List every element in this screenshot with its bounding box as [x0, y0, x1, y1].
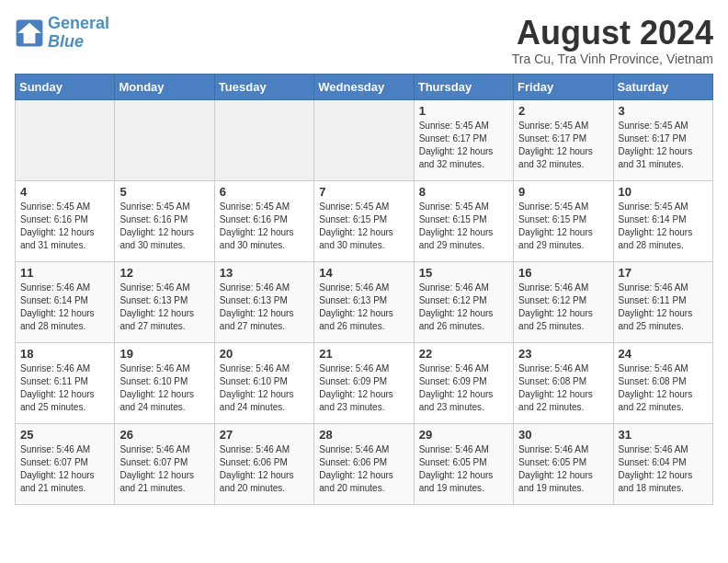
day-cell — [214, 99, 313, 180]
day-number: 19 — [119, 347, 209, 361]
day-number: 6 — [220, 185, 309, 199]
day-number: 17 — [619, 266, 708, 280]
day-cell — [115, 99, 214, 180]
day-number: 9 — [518, 185, 608, 199]
logo-line2: Blue — [48, 32, 84, 51]
day-cell — [314, 99, 414, 180]
day-number: 12 — [119, 266, 209, 280]
day-number: 31 — [619, 428, 708, 442]
day-number: 14 — [319, 266, 408, 280]
day-info: Sunrise: 5:45 AM Sunset: 6:17 PM Dayligh… — [619, 120, 708, 171]
day-cell: 9Sunrise: 5:45 AM Sunset: 6:15 PM Daylig… — [514, 180, 613, 261]
day-info: Sunrise: 5:46 AM Sunset: 6:09 PM Dayligh… — [419, 362, 508, 414]
day-info: Sunrise: 5:46 AM Sunset: 6:14 PM Dayligh… — [20, 282, 109, 333]
week-row-5: 25Sunrise: 5:46 AM Sunset: 6:07 PM Dayli… — [16, 423, 713, 504]
logo-text: General Blue — [48, 15, 109, 52]
day-info: Sunrise: 5:46 AM Sunset: 6:05 PM Dayligh… — [518, 443, 608, 495]
logo-icon — [15, 18, 44, 48]
day-number: 27 — [220, 428, 309, 442]
day-info: Sunrise: 5:45 AM Sunset: 6:14 PM Dayligh… — [619, 201, 708, 252]
day-number: 21 — [319, 347, 408, 361]
day-info: Sunrise: 5:46 AM Sunset: 6:07 PM Dayligh… — [20, 443, 109, 495]
day-number: 1 — [419, 104, 508, 118]
day-cell: 4Sunrise: 5:45 AM Sunset: 6:16 PM Daylig… — [16, 180, 115, 261]
day-cell: 29Sunrise: 5:46 AM Sunset: 6:05 PM Dayli… — [414, 423, 513, 504]
day-number: 3 — [619, 104, 708, 118]
day-header-thursday: Thursday — [414, 74, 513, 99]
day-cell: 27Sunrise: 5:46 AM Sunset: 6:06 PM Dayli… — [214, 423, 313, 504]
week-row-4: 18Sunrise: 5:46 AM Sunset: 6:11 PM Dayli… — [16, 342, 713, 423]
day-number: 16 — [518, 266, 608, 280]
day-info: Sunrise: 5:46 AM Sunset: 6:08 PM Dayligh… — [518, 362, 608, 414]
title-block: August 2024 Tra Cu, Tra Vinh Province, V… — [512, 15, 713, 66]
day-number: 5 — [119, 185, 209, 199]
day-info: Sunrise: 5:46 AM Sunset: 6:08 PM Dayligh… — [619, 362, 708, 414]
day-number: 29 — [419, 428, 508, 442]
day-cell: 19Sunrise: 5:46 AM Sunset: 6:10 PM Dayli… — [115, 342, 214, 423]
day-number: 22 — [419, 347, 508, 361]
day-info: Sunrise: 5:46 AM Sunset: 6:12 PM Dayligh… — [419, 282, 508, 333]
day-number: 18 — [20, 347, 109, 361]
day-cell: 6Sunrise: 5:45 AM Sunset: 6:16 PM Daylig… — [214, 180, 313, 261]
week-row-2: 4Sunrise: 5:45 AM Sunset: 6:16 PM Daylig… — [16, 180, 713, 261]
day-info: Sunrise: 5:46 AM Sunset: 6:13 PM Dayligh… — [119, 282, 209, 333]
day-cell: 1Sunrise: 5:45 AM Sunset: 6:17 PM Daylig… — [414, 99, 513, 180]
day-info: Sunrise: 5:46 AM Sunset: 6:10 PM Dayligh… — [220, 362, 309, 414]
day-cell: 14Sunrise: 5:46 AM Sunset: 6:13 PM Dayli… — [314, 261, 414, 342]
day-cell: 10Sunrise: 5:45 AM Sunset: 6:14 PM Dayli… — [613, 180, 712, 261]
day-info: Sunrise: 5:45 AM Sunset: 6:15 PM Dayligh… — [319, 201, 408, 252]
day-info: Sunrise: 5:46 AM Sunset: 6:05 PM Dayligh… — [419, 443, 508, 495]
day-cell: 28Sunrise: 5:46 AM Sunset: 6:06 PM Dayli… — [314, 423, 414, 504]
day-cell: 18Sunrise: 5:46 AM Sunset: 6:11 PM Dayli… — [16, 342, 115, 423]
day-cell: 3Sunrise: 5:45 AM Sunset: 6:17 PM Daylig… — [613, 99, 712, 180]
calendar-table: SundayMondayTuesdayWednesdayThursdayFrid… — [15, 74, 713, 505]
day-cell: 26Sunrise: 5:46 AM Sunset: 6:07 PM Dayli… — [115, 423, 214, 504]
day-info: Sunrise: 5:46 AM Sunset: 6:06 PM Dayligh… — [220, 443, 309, 495]
location: Tra Cu, Tra Vinh Province, Vietnam — [512, 52, 713, 66]
day-cell: 17Sunrise: 5:46 AM Sunset: 6:11 PM Dayli… — [613, 261, 712, 342]
page-header: General Blue August 2024 Tra Cu, Tra Vin… — [15, 15, 713, 66]
day-number: 25 — [20, 428, 109, 442]
day-header-monday: Monday — [115, 74, 214, 99]
day-cell: 7Sunrise: 5:45 AM Sunset: 6:15 PM Daylig… — [314, 180, 414, 261]
day-info: Sunrise: 5:45 AM Sunset: 6:16 PM Dayligh… — [220, 201, 309, 252]
day-number: 10 — [619, 185, 708, 199]
day-number: 23 — [518, 347, 608, 361]
day-cell: 13Sunrise: 5:46 AM Sunset: 6:13 PM Dayli… — [214, 261, 313, 342]
day-info: Sunrise: 5:45 AM Sunset: 6:16 PM Dayligh… — [119, 201, 209, 252]
logo: General Blue — [15, 15, 109, 52]
day-header-tuesday: Tuesday — [214, 74, 313, 99]
day-info: Sunrise: 5:46 AM Sunset: 6:04 PM Dayligh… — [619, 443, 708, 495]
day-number: 11 — [20, 266, 109, 280]
day-info: Sunrise: 5:45 AM Sunset: 6:17 PM Dayligh… — [518, 120, 608, 171]
day-cell: 22Sunrise: 5:46 AM Sunset: 6:09 PM Dayli… — [414, 342, 513, 423]
day-header-wednesday: Wednesday — [314, 74, 414, 99]
day-number: 24 — [619, 347, 708, 361]
day-info: Sunrise: 5:46 AM Sunset: 6:07 PM Dayligh… — [119, 443, 209, 495]
day-info: Sunrise: 5:45 AM Sunset: 6:15 PM Dayligh… — [419, 201, 508, 252]
day-cell: 30Sunrise: 5:46 AM Sunset: 6:05 PM Dayli… — [514, 423, 613, 504]
day-cell: 24Sunrise: 5:46 AM Sunset: 6:08 PM Dayli… — [613, 342, 712, 423]
day-info: Sunrise: 5:45 AM Sunset: 6:16 PM Dayligh… — [20, 201, 109, 252]
day-cell: 2Sunrise: 5:45 AM Sunset: 6:17 PM Daylig… — [514, 99, 613, 180]
day-number: 30 — [518, 428, 608, 442]
week-row-3: 11Sunrise: 5:46 AM Sunset: 6:14 PM Dayli… — [16, 261, 713, 342]
day-number: 13 — [220, 266, 309, 280]
day-cell: 25Sunrise: 5:46 AM Sunset: 6:07 PM Dayli… — [16, 423, 115, 504]
day-cell: 5Sunrise: 5:45 AM Sunset: 6:16 PM Daylig… — [115, 180, 214, 261]
day-cell: 15Sunrise: 5:46 AM Sunset: 6:12 PM Dayli… — [414, 261, 513, 342]
day-cell: 31Sunrise: 5:46 AM Sunset: 6:04 PM Dayli… — [613, 423, 712, 504]
day-cell: 11Sunrise: 5:46 AM Sunset: 6:14 PM Dayli… — [16, 261, 115, 342]
day-number: 7 — [319, 185, 408, 199]
day-number: 2 — [518, 104, 608, 118]
day-cell: 16Sunrise: 5:46 AM Sunset: 6:12 PM Dayli… — [514, 261, 613, 342]
day-number: 26 — [119, 428, 209, 442]
day-header-friday: Friday — [514, 74, 613, 99]
day-cell: 12Sunrise: 5:46 AM Sunset: 6:13 PM Dayli… — [115, 261, 214, 342]
month-year: August 2024 — [512, 15, 713, 52]
day-info: Sunrise: 5:45 AM Sunset: 6:15 PM Dayligh… — [518, 201, 608, 252]
day-cell: 23Sunrise: 5:46 AM Sunset: 6:08 PM Dayli… — [514, 342, 613, 423]
day-info: Sunrise: 5:46 AM Sunset: 6:11 PM Dayligh… — [619, 282, 708, 333]
day-number: 28 — [319, 428, 408, 442]
day-number: 15 — [419, 266, 508, 280]
